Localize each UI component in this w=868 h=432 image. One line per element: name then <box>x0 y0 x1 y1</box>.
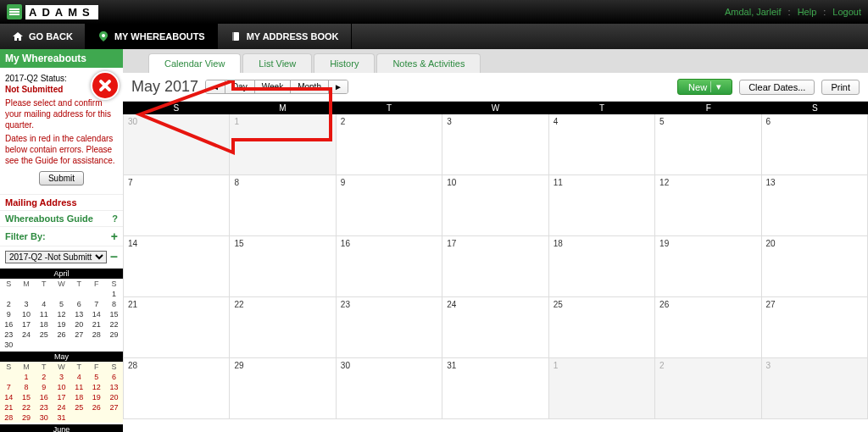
mini-calendar-april[interactable]: AprilSMTWTFS1234567891011121314151617181… <box>0 269 123 350</box>
range-switch: ◄ Day Week Month ► <box>205 80 348 94</box>
svg-rect-0 <box>9 8 19 10</box>
logo-icon <box>7 4 22 19</box>
status-msg-2: Dates in red in the calendars below cont… <box>5 133 118 166</box>
calendar-day-cell[interactable]: 5 <box>655 114 761 175</box>
book-icon <box>230 30 242 42</box>
tab-history[interactable]: History <box>314 53 375 73</box>
calendar-day-cell[interactable]: 13 <box>762 175 868 236</box>
calendar-day-cell[interactable]: 11 <box>549 175 655 236</box>
calendar-day-cell[interactable]: 19 <box>655 236 761 297</box>
separator: : <box>788 7 791 17</box>
status-msg-1: Please select and confirm your mailing a… <box>5 97 118 130</box>
calendar-day-cell[interactable]: 23 <box>337 297 442 358</box>
mailing-address-link[interactable]: Mailing Address <box>0 194 123 210</box>
calendar-day-cell[interactable]: 8 <box>230 175 336 236</box>
mini-calendar-june[interactable]: JuneSMTWTFS12345678910111213141516171819… <box>0 424 123 432</box>
calendar-day-cell[interactable]: 18 <box>549 236 655 297</box>
day-button[interactable]: Day <box>225 80 255 93</box>
nav-label: MY ADDRESS BOOK <box>247 31 339 42</box>
nav-label: GO BACK <box>29 31 73 42</box>
main-nav: GO BACK MY WHEREABOUTS MY ADDRESS BOOK <box>0 24 868 49</box>
separator: : <box>823 7 826 17</box>
calendar-day-cell[interactable]: 1 <box>230 114 336 175</box>
calendar-day-cell[interactable]: 26 <box>655 297 761 358</box>
calendar-day-cell[interactable]: 7 <box>123 175 230 236</box>
tab-notes[interactable]: Notes & Activities <box>376 53 481 73</box>
help-icon[interactable]: ? <box>112 213 118 224</box>
view-tabs: Calendar View List View History Notes & … <box>123 49 868 73</box>
svg-rect-2 <box>9 14 19 15</box>
calendar-header: SMTWTFS <box>123 102 868 114</box>
calendar-day-cell[interactable]: 30 <box>337 358 442 419</box>
nav-my-whereabouts[interactable]: MY WHEREABOUTS <box>86 24 218 49</box>
clear-dates-button[interactable]: Clear Dates... <box>739 80 815 95</box>
calendar-day-cell[interactable]: 24 <box>442 297 548 358</box>
mini-calendar-may[interactable]: MaySMTWTFS123456789101112131415161718192… <box>0 352 123 423</box>
brand-logo: ADAMS <box>7 4 98 19</box>
calendar-day-cell[interactable]: 31 <box>442 358 548 419</box>
month-calendar: SMTWTFS 30123456789101112131415161718192… <box>123 101 868 419</box>
remove-filter-icon[interactable]: – <box>110 249 118 264</box>
calendar-day-cell[interactable]: 3 <box>442 114 548 175</box>
calendar-day-cell[interactable]: 12 <box>655 175 761 236</box>
month-button[interactable]: Month <box>291 80 329 93</box>
logout-link[interactable]: Logout <box>832 7 861 17</box>
svg-rect-5 <box>232 32 234 41</box>
nav-address-book[interactable]: MY ADDRESS BOOK <box>218 24 352 49</box>
calendar-day-cell[interactable]: 2 <box>337 114 442 175</box>
add-filter-icon[interactable]: + <box>111 230 118 243</box>
new-label: New <box>688 82 707 92</box>
status-value: Not Submitted <box>5 85 63 94</box>
tab-calendar-view[interactable]: Calendar View <box>148 53 241 73</box>
calendar-day-cell[interactable]: 27 <box>762 297 868 358</box>
calendar-controls: May 2017 ◄ Day Week Month ► New▾ Clear D… <box>123 73 868 101</box>
whereabouts-guide-link[interactable]: Whereabouts Guide? <box>0 210 123 226</box>
status-label: 2017-Q2 Status: <box>5 74 67 83</box>
nav-go-back[interactable]: GO BACK <box>0 24 86 49</box>
app-topbar: ADAMS Amdal, Jarleif : Help : Logout <box>0 0 868 24</box>
print-button[interactable]: Print <box>821 80 860 95</box>
calendar-day-cell[interactable]: 20 <box>762 236 868 297</box>
submit-button[interactable]: Submit <box>39 171 84 186</box>
filter-by-row: Filter By:+ <box>0 226 123 246</box>
calendar-day-cell[interactable]: 16 <box>337 236 442 297</box>
calendar-day-cell[interactable]: 14 <box>123 236 230 297</box>
status-panel: 2017-Q2 Status: Not Submitted Please sel… <box>0 68 123 194</box>
calendar-day-cell[interactable]: 25 <box>549 297 655 358</box>
pin-icon <box>97 30 109 42</box>
home-icon <box>12 30 24 42</box>
user-link[interactable]: Amdal, Jarleif <box>725 7 782 17</box>
calendar-day-cell[interactable]: 29 <box>230 358 336 419</box>
calendar-day-cell[interactable]: 30 <box>123 114 230 175</box>
prev-button[interactable]: ◄ <box>206 80 225 93</box>
next-button[interactable]: ► <box>329 80 348 93</box>
calendar-day-cell[interactable]: 21 <box>123 297 230 358</box>
main-area: Calendar View List View History Notes & … <box>123 49 868 432</box>
filter-select[interactable]: 2017-Q2 -Not Submitt <box>5 251 107 263</box>
calendar-day-cell[interactable]: 22 <box>230 297 336 358</box>
calendar-day-cell[interactable]: 4 <box>549 114 655 175</box>
calendar-day-cell[interactable]: 28 <box>123 358 230 419</box>
tab-list-view[interactable]: List View <box>242 53 312 73</box>
calendar-day-cell[interactable]: 6 <box>762 114 868 175</box>
new-button[interactable]: New▾ <box>677 79 732 95</box>
calendar-day-cell[interactable]: 3 <box>762 358 868 419</box>
error-icon <box>91 71 120 100</box>
calendar-day-cell[interactable]: 2 <box>655 358 761 419</box>
calendar-day-cell[interactable]: 15 <box>230 236 336 297</box>
chevron-down-icon: ▾ <box>710 81 721 92</box>
sidebar-title: My Whereabouts <box>0 49 123 68</box>
calendar-day-cell[interactable]: 9 <box>337 175 442 236</box>
week-button[interactable]: Week <box>255 80 291 93</box>
filter-select-row: 2017-Q2 -Not Submitt – <box>0 246 123 267</box>
sidebar: My Whereabouts 2017-Q2 Status: Not Submi… <box>0 49 123 432</box>
calendar-day-cell[interactable]: 10 <box>442 175 548 236</box>
calendar-day-cell[interactable]: 1 <box>549 358 655 419</box>
help-link[interactable]: Help <box>798 7 817 17</box>
calendar-body: 3012345678910111213141516171819202122232… <box>123 114 868 419</box>
brand-text: ADAMS <box>25 5 98 19</box>
mailing-label: Mailing Address <box>5 197 77 208</box>
svg-rect-1 <box>9 11 19 13</box>
calendar-day-cell[interactable]: 17 <box>442 236 548 297</box>
nav-label: MY WHEREABOUTS <box>114 31 205 42</box>
